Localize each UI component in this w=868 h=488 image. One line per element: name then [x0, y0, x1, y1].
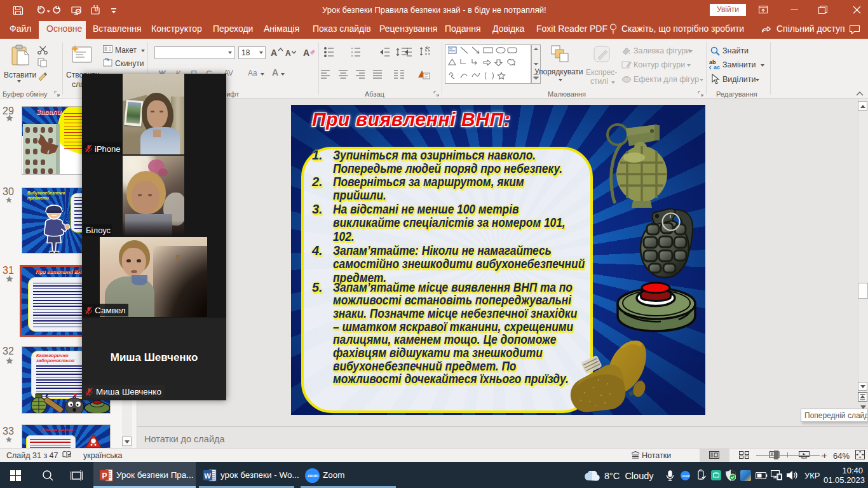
svg-text:ac: ac — [714, 64, 720, 70]
svg-text:P: P — [102, 471, 107, 480]
svg-text:W: W — [205, 472, 212, 480]
svg-text:A: A — [425, 45, 429, 51]
